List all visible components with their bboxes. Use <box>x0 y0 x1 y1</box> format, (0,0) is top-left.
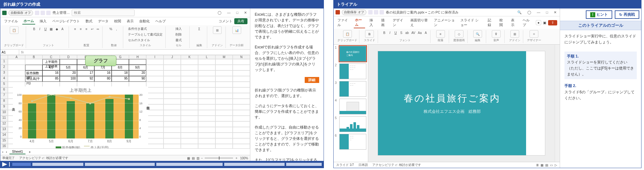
minimize-icon[interactable]: — <box>536 10 541 14</box>
conditional-format-button[interactable]: 条件付き書式 <box>127 26 148 31</box>
retry-button[interactable]: 再挑戦 <box>615 10 639 19</box>
tab-help[interactable]: ヘルプ <box>154 18 167 24</box>
slide-thumbnail[interactable]: 4 <box>335 99 367 114</box>
merge-button[interactable]: ⇔ <box>95 26 100 31</box>
font-color-button[interactable]: A <box>60 26 65 31</box>
formula-bar[interactable] <box>19 50 250 55</box>
paste-button[interactable]: 📋 <box>341 30 354 38</box>
sheet-tab-sheet1[interactable]: Sheet1 <box>9 149 25 154</box>
vertical-scrollbar[interactable] <box>555 45 560 162</box>
addins-button[interactable]: ⊞ <box>211 26 224 34</box>
shadow-button[interactable]: ab <box>404 30 410 35</box>
shapes-button[interactable]: ◇ <box>453 30 465 38</box>
name-box[interactable]: A1 <box>0 50 19 55</box>
account-icon[interactable]: ◯ <box>526 10 532 14</box>
delete-cells-button[interactable]: 削除 <box>175 32 183 37</box>
tab-home[interactable]: ホーム <box>354 17 365 28</box>
font-color-button[interactable]: A <box>423 30 428 35</box>
new-slide-button[interactable]: 🗎 <box>363 30 376 38</box>
zoom-slider[interactable] <box>205 157 233 159</box>
timeline-track[interactable] <box>12 163 322 166</box>
wrap-text-button[interactable]: ↩ <box>90 26 95 31</box>
slide-thumbnail[interactable]: 2— — —— — —— — <box>335 63 367 79</box>
view-normal-icon[interactable]: ▦ <box>187 156 190 160</box>
tab-review[interactable]: 校閲 <box>113 18 122 24</box>
zoom-out-icon[interactable]: − <box>201 156 203 160</box>
autosave-toggle[interactable]: 自動保存 オフ <box>342 9 366 15</box>
status-accessibility[interactable]: アクセシビリティ: 検討が必要です <box>19 156 68 160</box>
align-left-icon[interactable]: ≡ <box>73 26 78 31</box>
play-icon[interactable] <box>2 162 7 167</box>
tab-review[interactable]: 校閲 <box>498 17 507 28</box>
slide-thumbnails[interactable]: 1春の社員旅行ご案内2— — —— — —— —3— — —— —456— ——… <box>334 45 368 162</box>
status-accessibility[interactable]: アクセシビリティ: 検討が必要です <box>372 163 421 167</box>
worksheet-area[interactable]: グラフ ABCDEFGHIJKLMN 1上半期売上管理表24月5月6月7月8月9… <box>0 55 250 148</box>
underline-button[interactable]: U <box>43 26 48 31</box>
tab-design[interactable]: デザイン <box>391 17 406 28</box>
quick-access-toolbar[interactable] <box>368 10 384 14</box>
dictate-button[interactable]: 🎙 <box>490 30 502 38</box>
view-pagebreak-icon[interactable]: ▥ <box>197 156 199 160</box>
tab-help[interactable]: ヘルプ <box>521 17 533 28</box>
percent-button[interactable]: % <box>108 26 114 31</box>
autosave-toggle[interactable]: 自動保存 オフ <box>8 10 33 16</box>
maximize-icon[interactable]: □ <box>235 11 240 15</box>
case-button[interactable]: Aa <box>417 30 423 35</box>
bold-button[interactable]: B <box>382 30 387 35</box>
detail-button[interactable]: 詳細 <box>305 77 319 83</box>
cell-styles-button[interactable]: セルのスタイル <box>127 38 151 43</box>
sheet-nav-prev-icon[interactable]: ‹ <box>2 150 3 154</box>
tab-data[interactable]: データ <box>97 18 110 24</box>
view-reading-icon[interactable]: ▭ <box>550 163 553 167</box>
record-button[interactable]: ● <box>536 20 541 25</box>
format-cells-button[interactable]: 書式 <box>175 38 183 43</box>
tab-insert[interactable]: 挿入 <box>368 17 377 28</box>
slide-thumbnail[interactable]: 3— — —— — <box>335 81 367 97</box>
tab-transitions[interactable]: 画面切り替え <box>409 17 430 28</box>
tab-automate[interactable]: 自動化 <box>138 18 151 24</box>
hint-button[interactable]: ヒント <box>586 10 612 19</box>
tab-home[interactable]: ホーム <box>22 18 35 25</box>
find-button[interactable]: 🔍 <box>471 30 484 38</box>
pause-icon[interactable] <box>8 162 11 167</box>
bold-button[interactable]: B <box>32 26 37 31</box>
slide-thumbnail[interactable]: 6— —— —— <box>335 134 367 150</box>
search-input[interactable]: 検索 <box>72 9 135 16</box>
spacing-button[interactable]: AV <box>410 30 416 35</box>
notes-icon[interactable]: ≣ <box>536 163 539 167</box>
tab-insert[interactable]: 挿入 <box>38 18 48 24</box>
addins-button[interactable]: ⊞ <box>508 30 521 38</box>
tab-file[interactable]: ファイル <box>3 18 19 24</box>
italic-button[interactable]: I <box>387 30 392 35</box>
add-sheet-icon[interactable]: ＋ <box>28 150 31 154</box>
analyze-button[interactable]: 📊 <box>230 26 243 34</box>
view-page-icon[interactable]: ▤ <box>192 156 195 160</box>
slide-thumbnail[interactable]: 5 <box>335 116 367 132</box>
tab-file[interactable]: ファイル <box>336 17 351 28</box>
zoom-level[interactable]: 100% <box>240 156 248 160</box>
minimize-icon[interactable]: — <box>226 11 232 15</box>
view-sorter-icon[interactable]: ▤ <box>545 163 548 167</box>
strike-button[interactable]: S <box>399 30 404 35</box>
search-icon[interactable]: 🔍 <box>516 10 523 14</box>
maximize-icon[interactable]: □ <box>545 10 549 14</box>
comments-button[interactable]: コメント <box>219 19 232 24</box>
tab-record[interactable]: 記録 <box>486 17 495 28</box>
zoom-in-icon[interactable]: ＋ <box>235 156 238 160</box>
tab-view[interactable]: 表示 <box>125 18 135 24</box>
align-right-icon[interactable]: ≡ <box>84 26 89 31</box>
fill-color-button[interactable]: ◆ <box>54 26 59 31</box>
account-icon[interactable]: ◯ <box>216 11 223 15</box>
present-icon[interactable]: ▣ <box>543 21 546 25</box>
underline-button[interactable]: U <box>393 30 398 35</box>
designer-button[interactable]: ✧ <box>528 30 540 38</box>
comma-button[interactable]: , <box>114 26 119 31</box>
paste-button[interactable]: 📋 <box>8 26 20 34</box>
share-button[interactable]: ⇪ <box>548 20 557 25</box>
slide-thumbnail[interactable]: 1春の社員旅行ご案内 <box>335 46 367 62</box>
format-as-table-button[interactable]: テーブルとして書式設定 <box>127 32 164 37</box>
tab-view[interactable]: 表示 <box>510 17 518 28</box>
italic-button[interactable]: I <box>37 26 42 31</box>
close-icon[interactable]: ✕ <box>552 10 558 14</box>
tab-draw[interactable]: 描画 <box>380 17 388 28</box>
